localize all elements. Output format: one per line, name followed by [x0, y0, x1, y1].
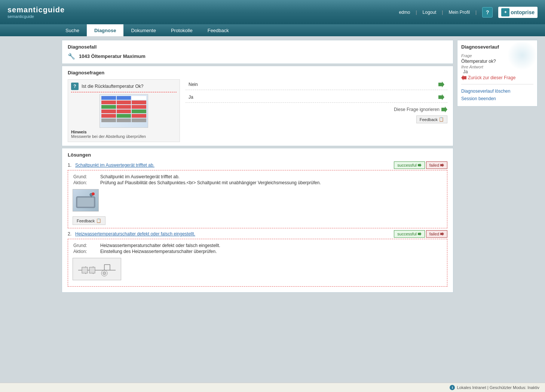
solution-title-2[interactable]: Heizwassertemperaturschalter defekt oder… [75, 231, 195, 237]
solution-item-2: 2. Heizwassertemperaturschalter defekt o… [68, 230, 447, 287]
ontoprise-logo: ✦ ontoprise [498, 7, 538, 18]
sidebar: Diagnoseverlauf Frage Öltemperatur ok? I… [457, 40, 538, 293]
sidebar-title: Diagnoseverlauf [461, 44, 533, 50]
logo-text: semanticguide [7, 6, 65, 14]
solution-number-1: 1. [68, 163, 71, 168]
nav-dokumente[interactable]: Dokumente [123, 24, 163, 36]
logo-sub: semanticguide [7, 14, 65, 19]
red-indicator [92, 192, 95, 195]
nav-diagnose[interactable]: Diagnose [87, 24, 124, 36]
question-feedback-button[interactable]: Feedback 📋 [416, 115, 447, 123]
nav-feedback[interactable]: Feedback [200, 24, 236, 36]
zurueck-link[interactable]: Zurück zur dieser Frage [461, 74, 533, 81]
aktion-label-2: Aktion: [73, 249, 99, 254]
aktion-label-1: Aktion: [73, 180, 99, 185]
solution-image-1 [73, 186, 443, 214]
successful-arrow-2 [418, 232, 422, 236]
solution-table-1: Grund: Schaltpunkt im Auswertegerät trif… [73, 173, 443, 186]
zurueck-arrow-icon [461, 75, 466, 80]
ignore-row[interactable]: Diese Frage ignorieren [186, 107, 447, 112]
sidebar-divider-1 [461, 84, 533, 84]
profil-link[interactable]: Mein Profil [448, 10, 470, 15]
nav-protokolle[interactable]: Protokolle [163, 24, 200, 36]
diagnosefall-row: 🔧 1043 Öltemperatur Maximum [68, 53, 447, 60]
hinweis-label: Hinweis [71, 130, 177, 134]
edmo-link[interactable]: edmo [399, 10, 410, 15]
btn-failed-2[interactable]: failed [426, 230, 447, 238]
ontoprise-icon: ✦ [501, 8, 509, 16]
ja-label: Ja [189, 95, 193, 100]
solution-table-2: Grund: Heizwassertemperaturschalter defe… [73, 242, 443, 255]
solution-image-2 [73, 255, 443, 283]
feedback-icon-1: 📋 [96, 218, 101, 223]
solution-buttons-1: successful failed [394, 161, 447, 169]
verlauf-frage-text: Öltemperatur ok? [461, 58, 533, 65]
navigation: Suche Diagnose Dokumente Protokolle Feed… [0, 24, 545, 36]
solution-header-2: 2. Heizwassertemperaturschalter defekt o… [68, 230, 447, 238]
solution-img-schematic [73, 258, 121, 280]
solution-number-2: 2. [68, 231, 71, 237]
main-content: Diagnosefall 🔧 1043 Öltemperatur Maximum… [0, 36, 545, 296]
loesungen-section: Lösungen 1. Schaltpunkt im Auswertegerät… [62, 148, 453, 293]
question-right: Nein Ja Diese Frage ignorieren Feedback [186, 79, 447, 123]
zurueck-label: Zurück zur dieser Frage [468, 75, 515, 80]
grund-label-1: Grund: [73, 174, 99, 179]
solution-detail-2: Grund: Heizwassertemperaturschalter defe… [68, 239, 447, 287]
question-header: ? Ist die Rücklauftemperatur Ok? [71, 83, 177, 92]
solution-img-device [73, 189, 99, 212]
solution-feedback-btn-1[interactable]: Feedback 📋 [73, 216, 105, 225]
grund-value-2: Heizwassertemperaturschalter defekt oder… [100, 243, 442, 248]
feedback-label: Feedback [420, 117, 438, 122]
svg-rect-1 [77, 198, 94, 207]
question-left: ? Ist die Rücklauftemperatur Ok? [68, 79, 180, 142]
solution-aktion-row-1: Aktion: Prüfung auf Plausibilität des Sc… [73, 180, 442, 185]
svg-point-10 [103, 272, 106, 275]
successful-arrow-1 [418, 163, 422, 167]
solution-grund-row-2: Grund: Heizwassertemperaturschalter defe… [73, 243, 442, 248]
aktion-value-2: Einstellung des Heizwassertemperaturscha… [100, 249, 442, 254]
answer-ja[interactable]: Ja [186, 92, 447, 103]
question-mark-icon: ? [71, 83, 79, 90]
solution-title-1[interactable]: Schaltpunkt im Auswertegerät trifftet ab… [75, 163, 154, 168]
hinweis-text: Messwerte bei der Abstellung überprüfen [71, 134, 177, 139]
failed-arrow-2 [440, 232, 444, 236]
svg-rect-8 [89, 267, 95, 273]
btn-successful-1[interactable]: successful [394, 161, 425, 169]
sidebar-card: Diagnoseverlauf Frage Öltemperatur ok? I… [457, 40, 538, 107]
session-beenden-link[interactable]: Session beenden [461, 95, 533, 102]
ignore-arrow [441, 107, 447, 112]
nav-suche[interactable]: Suche [58, 24, 87, 36]
logo-area: semanticguide semanticguide [7, 6, 65, 19]
ja-arrow [438, 94, 444, 100]
solution-header-1: 1. Schaltpunkt im Auswertegerät trifftet… [68, 161, 447, 169]
failed-arrow-1 [440, 163, 444, 167]
feedback-icon: 📋 [439, 117, 444, 122]
question-image [99, 94, 148, 128]
nein-label: Nein [189, 82, 198, 87]
btn-successful-2[interactable]: successful [394, 230, 425, 238]
wrench-icon: 🔧 [68, 53, 75, 60]
solution-buttons-2: successful failed [394, 230, 447, 238]
solution-aktion-row-2: Aktion: Einstellung des Heizwassertemper… [73, 249, 442, 254]
diagnosefall-section: Diagnosefall 🔧 1043 Öltemperatur Maximum [62, 40, 453, 64]
btn-failed-1[interactable]: failed [426, 161, 447, 169]
aktion-value-1: Prüfung auf Plausibilität des Schaltpunk… [100, 180, 442, 185]
loesungen-title: Lösungen [68, 152, 447, 158]
logout-link[interactable]: Logout [423, 10, 437, 15]
header-right: edmo | Logout | Mein Profil | ? ✦ ontopr… [399, 7, 538, 18]
question-text: Ist die Rücklauftemperatur Ok? [82, 84, 143, 89]
ignore-label: Diese Frage ignorieren [394, 107, 440, 112]
header: semanticguide semanticguide edmo | Logou… [0, 0, 545, 24]
nein-arrow [438, 81, 444, 87]
question-card: ? Ist die Rücklauftemperatur Ok? [68, 79, 447, 142]
diagnosefragen-section: Diagnosefragen ? Ist die Rücklauftempera… [62, 66, 453, 146]
diagnoseverlauf-loeschen-link[interactable]: Diagnoseverlauf löschen [461, 87, 533, 95]
solution-item-1: 1. Schaltpunkt im Auswertegerät trifftet… [68, 161, 447, 228]
verlauf-antwort-text: Ja [461, 69, 533, 74]
content-area: Diagnosefall 🔧 1043 Öltemperatur Maximum… [62, 40, 453, 293]
diagnosefall-case-title: 1043 Öltemperatur Maximum [79, 53, 146, 59]
help-button[interactable]: ? [482, 7, 493, 18]
answer-nein[interactable]: Nein [186, 79, 447, 90]
svg-rect-7 [82, 267, 88, 273]
solution-detail-1: Grund: Schaltpunkt im Auswertegerät trif… [68, 170, 447, 228]
